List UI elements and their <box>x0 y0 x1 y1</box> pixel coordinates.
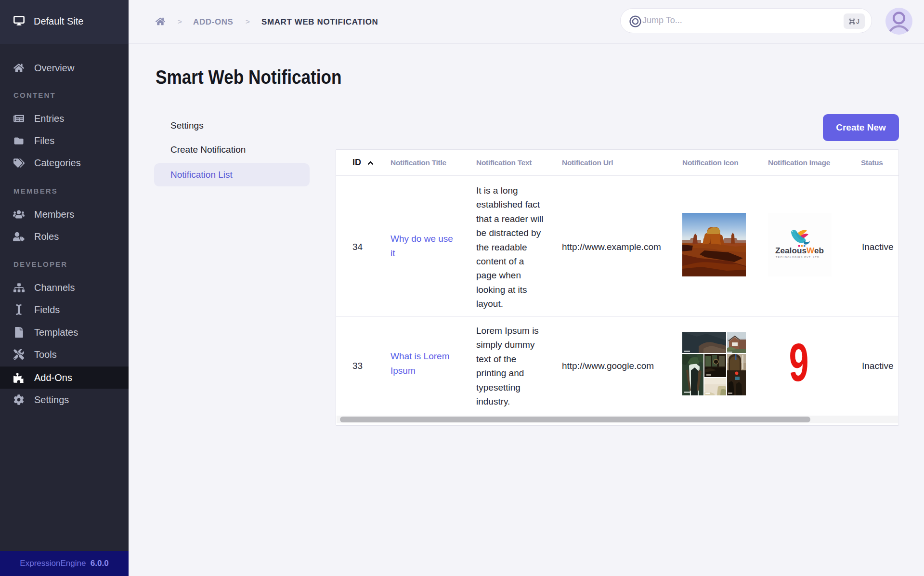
svg-text:TECHNOLOGIES PVT. LTD.: TECHNOLOGIES PVT. LTD. <box>776 256 821 259</box>
svg-text:ZealousWeb: ZealousWeb <box>775 246 824 255</box>
